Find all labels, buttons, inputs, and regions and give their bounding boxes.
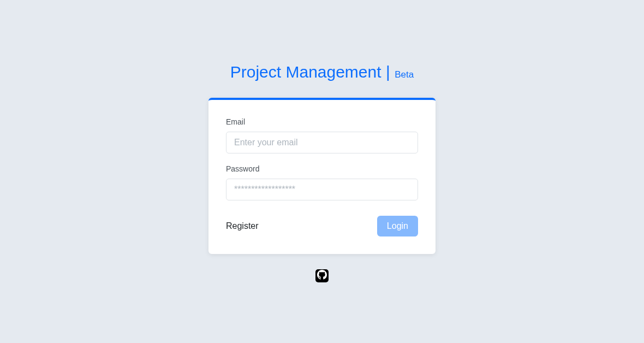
page-header: Project Management | Beta	[230, 63, 414, 81]
github-link[interactable]	[315, 269, 329, 282]
login-card: Email Password Register Login	[208, 98, 436, 254]
register-link[interactable]: Register	[226, 221, 259, 231]
beta-badge: Beta	[395, 69, 414, 80]
form-actions: Register Login	[226, 216, 418, 236]
email-label: Email	[226, 117, 418, 126]
title-separator: |	[386, 63, 390, 81]
login-button[interactable]: Login	[377, 216, 418, 236]
page-title: Project Management	[230, 63, 381, 81]
github-link-container	[315, 269, 329, 282]
email-group: Email	[226, 117, 418, 153]
password-group: Password	[226, 164, 418, 200]
github-icon	[317, 270, 327, 282]
email-field[interactable]	[226, 132, 418, 153]
password-field[interactable]	[226, 179, 418, 200]
password-label: Password	[226, 164, 418, 173]
